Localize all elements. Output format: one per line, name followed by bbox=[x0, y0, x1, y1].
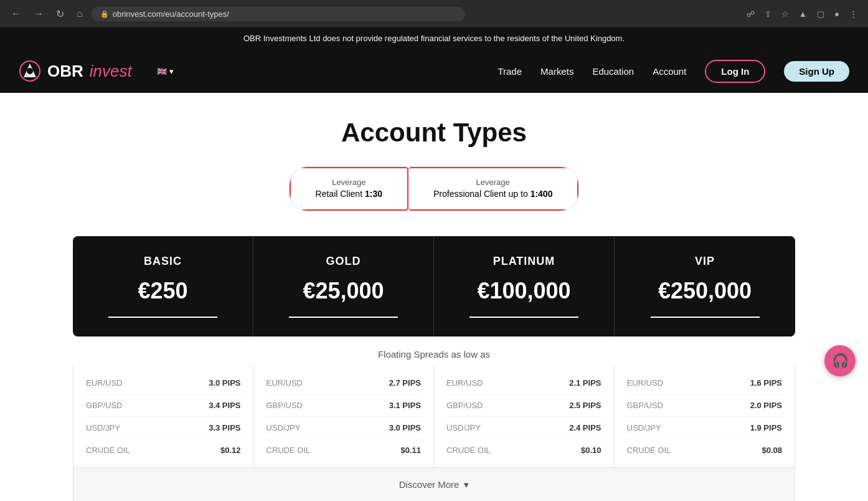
pair-value: 2.1 PIPS bbox=[569, 378, 601, 388]
lang-arrow: ▾ bbox=[169, 67, 174, 76]
pair-label: EUR/USD bbox=[86, 378, 123, 388]
logo[interactable]: OBRinvest bbox=[19, 60, 132, 82]
pair-value: $0.10 bbox=[581, 446, 601, 455]
spread-row: EUR/USD 2.7 PIPS bbox=[267, 372, 422, 394]
chevron-down-icon: ▾ bbox=[464, 479, 469, 490]
spread-row: GBP/USD 2.5 PIPS bbox=[446, 394, 601, 417]
pair-label: EUR/USD bbox=[446, 378, 483, 388]
toggle-container: Leverage Retail Client 1:30 Leverage Pro… bbox=[73, 166, 795, 211]
discover-more-button[interactable]: Discover More ▾ bbox=[73, 468, 795, 501]
divider-gold bbox=[289, 317, 397, 318]
svg-point-2 bbox=[27, 68, 33, 74]
nav-links: Trade Markets Education Account Log In S… bbox=[498, 60, 849, 83]
toggle-pro-sub: Professional Client up to 1:400 bbox=[433, 189, 552, 199]
spreads-column-platinum: EUR/USD 2.1 PIPS GBP/USD 2.5 PIPS USD/JP… bbox=[434, 366, 615, 467]
flag-icon: 🇬🇧 bbox=[157, 67, 167, 76]
pair-value: 3.4 PIPS bbox=[209, 401, 240, 410]
logo-text-main: OBR bbox=[47, 62, 83, 81]
nav-trade[interactable]: Trade bbox=[498, 66, 522, 77]
profile-icon[interactable]: ● bbox=[831, 8, 842, 20]
pair-label: GBP/USD bbox=[267, 401, 303, 410]
back-button[interactable]: ← bbox=[7, 7, 25, 21]
divider-vip bbox=[651, 317, 760, 318]
pair-value: 3.0 PIPS bbox=[389, 423, 421, 432]
pair-label: USD/JPY bbox=[86, 423, 120, 432]
spread-row: USD/JPY 2.4 PIPS bbox=[446, 417, 601, 439]
logo-text-italic: invest bbox=[90, 62, 132, 81]
main-content: Account Types Leverage Retail Client 1:3… bbox=[60, 93, 808, 501]
spread-row: GBP/USD 2.0 PIPS bbox=[627, 394, 783, 417]
spreads-column-vip: EUR/USD 1.6 PIPS GBP/USD 2.0 PIPS USD/JP… bbox=[615, 366, 795, 467]
extension-icon[interactable]: ▲ bbox=[796, 8, 810, 20]
spreads-header: Floating Spreads as low as bbox=[73, 336, 795, 366]
forward-button[interactable]: → bbox=[30, 7, 47, 21]
signup-button[interactable]: Sign Up bbox=[784, 61, 849, 82]
toggle-professional[interactable]: Leverage Professional Client up to 1:400 bbox=[408, 167, 578, 211]
pair-value: 2.7 PIPS bbox=[389, 378, 421, 388]
toggle-retail-sub: Retail Client 1:30 bbox=[316, 189, 382, 199]
lock-icon: 🔒 bbox=[100, 10, 109, 18]
pair-label: GBP/USD bbox=[446, 401, 483, 410]
support-button[interactable]: 🎧 bbox=[824, 345, 856, 376]
pair-label: CRUDE OIL bbox=[446, 446, 491, 455]
login-button[interactable]: Log In bbox=[705, 60, 765, 83]
browser-actions: ☍ ⇧ ☆ ▲ ▢ ● ⋮ bbox=[743, 8, 861, 20]
spreads-grid: EUR/USD 3.0 PIPS GBP/USD 3.4 PIPS USD/JP… bbox=[73, 366, 795, 468]
spread-row: CRUDE OIL $0.08 bbox=[627, 439, 783, 461]
address-bar[interactable]: 🔒 obrinvest.com/eu/account-types/ bbox=[92, 7, 465, 21]
pair-value: 2.4 PIPS bbox=[569, 423, 601, 432]
discover-more-label: Discover More bbox=[399, 479, 460, 490]
navbar: OBRinvest 🇬🇧 ▾ Trade Markets Education A… bbox=[0, 49, 868, 93]
divider-platinum bbox=[469, 317, 578, 318]
spread-row: CRUDE OIL $0.10 bbox=[446, 439, 601, 461]
pair-label: EUR/USD bbox=[267, 378, 303, 388]
translate-icon[interactable]: ☍ bbox=[743, 8, 758, 20]
headset-icon: 🎧 bbox=[832, 353, 849, 369]
toggle-retail[interactable]: Leverage Retail Client 1:30 bbox=[290, 167, 408, 211]
pair-value: $0.12 bbox=[220, 446, 241, 455]
window-icon[interactable]: ▢ bbox=[814, 8, 828, 20]
nav-account[interactable]: Account bbox=[653, 66, 686, 77]
toggle-retail-label: Leverage bbox=[316, 177, 382, 188]
pair-value: 1.9 PIPS bbox=[750, 423, 782, 432]
nav-education[interactable]: Education bbox=[592, 66, 634, 77]
nav-markets[interactable]: Markets bbox=[540, 66, 573, 77]
pair-value: 3.1 PIPS bbox=[389, 401, 421, 410]
account-amount-platinum: €100,000 bbox=[446, 278, 601, 304]
home-button[interactable]: ⌂ bbox=[73, 7, 87, 21]
logo-icon bbox=[19, 60, 41, 82]
pair-value: 2.0 PIPS bbox=[750, 401, 782, 410]
spread-row: CRUDE OIL $0.12 bbox=[86, 439, 241, 461]
announcement-bar: OBR Investments Ltd does not provide reg… bbox=[0, 27, 868, 49]
divider-basic bbox=[108, 317, 217, 318]
menu-icon[interactable]: ⋮ bbox=[846, 8, 861, 20]
account-card-basic: BASIC €250 bbox=[73, 236, 253, 336]
pair-label: CRUDE OIL bbox=[86, 446, 130, 455]
language-selector[interactable]: 🇬🇧 ▾ bbox=[157, 67, 174, 76]
account-card-vip: VIP €250,000 bbox=[615, 236, 795, 336]
account-amount-basic: €250 bbox=[85, 278, 240, 304]
spread-row: GBP/USD 3.4 PIPS bbox=[86, 394, 241, 417]
pair-label: GBP/USD bbox=[627, 401, 664, 410]
account-name-basic: BASIC bbox=[85, 255, 240, 268]
spread-row: EUR/USD 2.1 PIPS bbox=[446, 372, 601, 394]
pair-value: 3.0 PIPS bbox=[209, 378, 240, 388]
pair-value: $0.08 bbox=[762, 446, 782, 455]
pair-label: CRUDE OIL bbox=[267, 446, 311, 455]
share-icon[interactable]: ⇧ bbox=[762, 8, 775, 20]
account-card-gold: GOLD €25,000 bbox=[253, 236, 434, 336]
spread-row: EUR/USD 1.6 PIPS bbox=[627, 372, 783, 394]
toggle-pill: Leverage Retail Client 1:30 Leverage Pro… bbox=[289, 166, 580, 211]
spread-row: CRUDE OIL $0.11 bbox=[267, 439, 422, 461]
spread-row: GBP/USD 3.1 PIPS bbox=[267, 394, 422, 417]
pair-label: CRUDE OIL bbox=[627, 446, 671, 455]
spread-row: USD/JPY 3.0 PIPS bbox=[267, 417, 422, 439]
account-name-vip: VIP bbox=[627, 255, 783, 268]
account-amount-vip: €250,000 bbox=[627, 278, 783, 304]
refresh-button[interactable]: ↻ bbox=[52, 7, 68, 21]
pair-value: 2.5 PIPS bbox=[569, 401, 601, 410]
pair-label: EUR/USD bbox=[627, 378, 664, 388]
bookmark-icon[interactable]: ☆ bbox=[778, 8, 792, 20]
pair-value: $0.11 bbox=[400, 446, 421, 455]
pair-label: USD/JPY bbox=[446, 423, 481, 432]
